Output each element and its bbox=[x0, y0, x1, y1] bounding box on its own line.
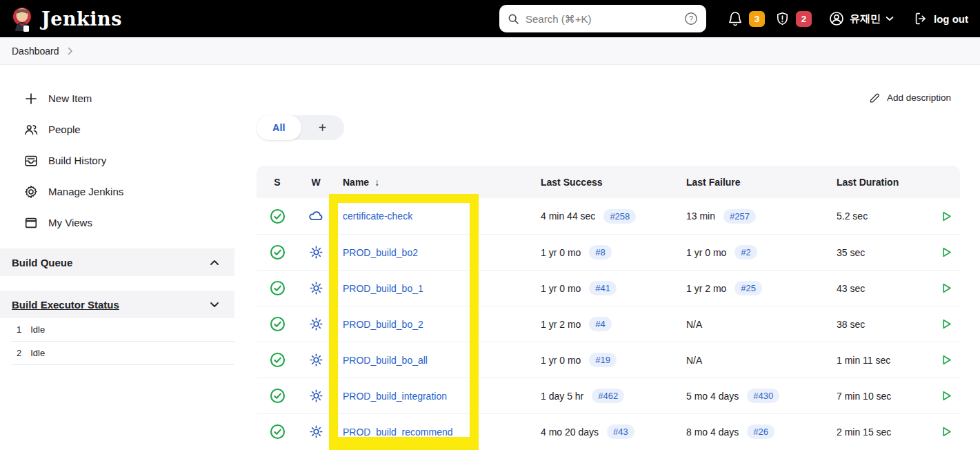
build-number-badge[interactable]: #8 bbox=[589, 245, 611, 260]
last-success-time: 1 day 5 hr bbox=[541, 391, 583, 402]
notification-count-badge[interactable]: 3 bbox=[749, 11, 765, 27]
status-success-icon[interactable] bbox=[257, 280, 298, 296]
run-build-button[interactable] bbox=[933, 246, 960, 258]
build-executor-status-header[interactable]: Build Executor Status bbox=[0, 291, 234, 318]
header-name-label: Name bbox=[343, 177, 369, 188]
search-input[interactable] bbox=[526, 13, 678, 25]
build-number-badge[interactable]: #430 bbox=[747, 389, 779, 403]
build-number-badge[interactable]: #258 bbox=[603, 209, 636, 224]
weather-sunny-icon[interactable] bbox=[298, 316, 334, 332]
status-success-icon[interactable] bbox=[257, 316, 298, 332]
weather-sunny-icon[interactable] bbox=[298, 388, 334, 404]
build-number-badge[interactable]: #257 bbox=[723, 209, 756, 224]
run-build-button[interactable] bbox=[933, 426, 960, 438]
last-failure-time: 1 yr 0 mo bbox=[686, 247, 726, 258]
job-link[interactable]: PROD_build_bo_all bbox=[343, 355, 428, 366]
build-number-badge[interactable]: #2 bbox=[734, 245, 757, 260]
sidebar-item-label: Manage Jenkins bbox=[48, 186, 123, 197]
header-status[interactable]: S bbox=[257, 177, 298, 188]
last-failure-time: N/A bbox=[686, 355, 702, 366]
sidebar-item-label: People bbox=[48, 124, 81, 135]
job-link[interactable]: certificate-check bbox=[343, 211, 412, 222]
job-link[interactable]: PROD_build_bo2 bbox=[343, 247, 418, 258]
search-icon bbox=[508, 13, 519, 25]
build-number-badge[interactable]: #4 bbox=[589, 317, 611, 331]
new-view-button[interactable]: + bbox=[301, 120, 344, 136]
executor-row: 2 Idle bbox=[11, 342, 234, 365]
jenkins-logo-icon bbox=[10, 6, 34, 32]
topbar-actions: 3 2 유재민 bbox=[727, 10, 968, 27]
build-queue-title: Build Queue bbox=[12, 257, 72, 268]
run-build-button[interactable] bbox=[933, 282, 960, 294]
breadcrumb-dashboard[interactable]: Dashboard bbox=[12, 46, 59, 57]
status-success-icon[interactable] bbox=[257, 208, 298, 224]
executor-number: 1 bbox=[17, 324, 21, 335]
build-number-badge[interactable]: #462 bbox=[592, 389, 624, 403]
security-shield-icon[interactable] bbox=[774, 11, 790, 27]
status-success-icon[interactable] bbox=[257, 244, 298, 260]
job-row: PROD_build_bo_2 1 yr 2 mo#4 N/A 38 sec bbox=[257, 306, 960, 342]
header-weather[interactable]: W bbox=[298, 177, 334, 188]
last-failure-time: 8 mo 4 days bbox=[686, 427, 739, 438]
status-success-icon[interactable] bbox=[257, 388, 298, 404]
job-row: PROD_build_bo2 1 yr 0 mo#8 1 yr 0 mo#2 3… bbox=[257, 234, 960, 270]
add-description-button[interactable]: Add description bbox=[869, 92, 951, 104]
build-number-badge[interactable]: #26 bbox=[747, 424, 774, 439]
weather-sunny-icon[interactable] bbox=[298, 280, 334, 296]
job-row: PROD_build_recommend 4 mo 20 days#43 8 m… bbox=[257, 413, 960, 449]
sidebar-item-manage-jenkins[interactable]: Manage Jenkins bbox=[0, 176, 234, 207]
build-number-badge[interactable]: #19 bbox=[589, 353, 617, 367]
job-link[interactable]: PROD_build_bo_2 bbox=[343, 319, 423, 330]
header-last-success[interactable]: Last Success bbox=[541, 177, 686, 188]
last-failure-time: N/A bbox=[686, 319, 702, 330]
run-build-button[interactable] bbox=[933, 354, 960, 366]
build-number-badge[interactable]: #41 bbox=[589, 281, 617, 295]
sidebar-item-people[interactable]: People bbox=[0, 114, 234, 145]
job-link[interactable]: PROD_build_integration bbox=[343, 391, 447, 402]
weather-sunny-icon[interactable] bbox=[298, 244, 334, 260]
plus-icon bbox=[23, 92, 39, 106]
job-row: PROD_build_bo_1 1 yr 0 mo#41 1 yr 2 mo#2… bbox=[257, 270, 960, 306]
weather-sunny-icon[interactable] bbox=[298, 424, 334, 440]
last-failure-time: 5 mo 4 days bbox=[686, 391, 739, 402]
logout-button[interactable]: log out bbox=[913, 11, 968, 26]
security-count-badge[interactable]: 2 bbox=[796, 11, 812, 27]
executor-state: Idle bbox=[30, 324, 45, 335]
sidebar-item-my-views[interactable]: My Views bbox=[0, 207, 234, 238]
breadcrumb: Dashboard bbox=[0, 37, 980, 65]
breadcrumb-chevron-icon bbox=[68, 47, 73, 55]
status-success-icon[interactable] bbox=[257, 424, 298, 440]
pencil-icon bbox=[869, 92, 881, 104]
jobs-table: S W Name ↓ Last Success Last Failure Las… bbox=[257, 166, 960, 449]
header-last-duration[interactable]: Last Duration bbox=[837, 177, 933, 188]
run-build-button[interactable] bbox=[933, 390, 960, 402]
job-row: certificate-check 4 min 44 sec#258 13 mi… bbox=[257, 198, 960, 234]
last-duration: 35 sec bbox=[837, 247, 865, 258]
last-duration: 1 min 11 sec bbox=[837, 355, 890, 366]
run-build-button[interactable] bbox=[933, 318, 960, 330]
status-success-icon[interactable] bbox=[257, 352, 298, 368]
job-row: PROD_build_integration 1 day 5 hr#462 5 … bbox=[257, 378, 960, 413]
logout-icon bbox=[913, 11, 928, 26]
jenkins-home-link[interactable]: Jenkins bbox=[10, 6, 122, 32]
last-duration: 43 sec bbox=[837, 283, 865, 294]
job-link[interactable]: PROD_build_bo_1 bbox=[343, 283, 423, 294]
user-menu[interactable]: 유재민 bbox=[828, 10, 894, 27]
header-name[interactable]: Name ↓ bbox=[334, 177, 541, 188]
last-success-time: 4 min 44 sec bbox=[541, 211, 595, 222]
build-number-badge[interactable]: #43 bbox=[607, 424, 634, 439]
run-build-button[interactable] bbox=[933, 211, 960, 222]
build-number-badge[interactable]: #25 bbox=[734, 281, 762, 295]
weather-sunny-icon[interactable] bbox=[298, 352, 334, 368]
notifications-bell-icon[interactable] bbox=[727, 10, 743, 27]
tab-all[interactable]: All bbox=[257, 115, 301, 140]
sidebar-item-build-history[interactable]: Build History bbox=[0, 145, 234, 176]
weather-cloudy-icon[interactable] bbox=[298, 208, 334, 225]
search-box[interactable]: ? bbox=[499, 5, 706, 32]
search-help-icon[interactable]: ? bbox=[684, 12, 698, 26]
job-link[interactable]: PROD_build_recommend bbox=[343, 427, 453, 438]
header-last-failure[interactable]: Last Failure bbox=[686, 177, 837, 188]
sidebar-item-new-item[interactable]: New Item bbox=[0, 83, 234, 114]
main-panel: Add description All + S W Name ↓ Last Su… bbox=[234, 65, 980, 450]
build-queue-header[interactable]: Build Queue bbox=[0, 248, 234, 276]
